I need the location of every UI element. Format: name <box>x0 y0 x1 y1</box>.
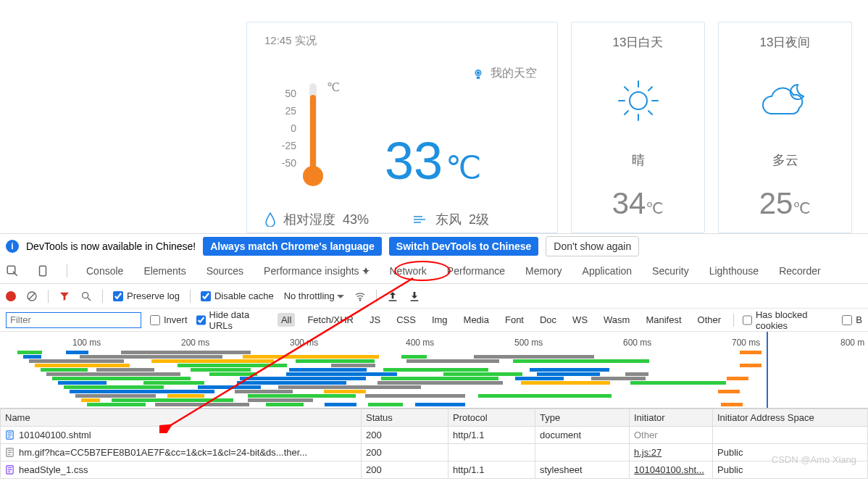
night-title: 13日夜间 <box>760 34 811 51</box>
pill-media[interactable]: Media <box>460 313 493 327</box>
inspect-icon[interactable] <box>6 264 19 277</box>
tab-lighthouse[interactable]: Lighthouse <box>708 262 761 280</box>
search-icon[interactable] <box>80 290 92 302</box>
wifi-icon[interactable] <box>354 290 366 302</box>
tab-console[interactable]: Console <box>85 262 125 280</box>
thermometer-icon <box>302 80 324 189</box>
waterfall-overview[interactable]: 100 ms 200 ms 300 ms 400 ms 500 ms 600 m… <box>0 332 868 409</box>
svg-point-5 <box>630 92 647 109</box>
tab-performance-insights[interactable]: Performance insights <box>262 262 370 280</box>
night-forecast-card: 13日夜间 多云 25℃ <box>718 22 852 233</box>
devtools-language-notice: i DevTools is now available in Chinese! … <box>0 233 868 258</box>
svg-line-11 <box>648 111 652 114</box>
pill-other[interactable]: Other <box>694 313 725 327</box>
preserve-log-checkbox[interactable]: Preserve log <box>113 290 180 301</box>
chevron-down-icon <box>337 295 344 299</box>
pill-all[interactable]: All <box>277 313 295 327</box>
svg-line-13 <box>625 111 628 114</box>
table-row[interactable]: hm.gif?hca=CC5B7EFE8B01AE7F&cc=1&ck=1&cl… <box>1 444 868 461</box>
col-type[interactable]: Type <box>535 409 630 427</box>
file-icon <box>5 465 14 474</box>
bottom-row: 相对湿度 43% 东风 2级 <box>264 211 489 228</box>
pill-ws[interactable]: WS <box>569 313 591 327</box>
col-initiator[interactable]: Initiator <box>630 409 713 427</box>
tab-network[interactable]: Network <box>388 262 428 280</box>
device-icon[interactable] <box>36 264 49 277</box>
camera-icon <box>472 67 485 80</box>
filter-input[interactable] <box>6 312 141 328</box>
pill-js[interactable]: JS <box>366 313 384 327</box>
tab-memory[interactable]: Memory <box>524 262 564 280</box>
time-marker: 600 ms <box>623 338 651 348</box>
disable-cache-checkbox[interactable]: Disable cache <box>201 290 274 301</box>
day-temp: 34℃ <box>612 186 664 221</box>
table-row[interactable]: 101040100.shtml200http/1.1documentOther <box>1 427 868 444</box>
wind-level: 2级 <box>469 211 489 228</box>
network-table: Name Status Protocol Type Initiator Init… <box>0 409 868 479</box>
pill-wasm[interactable]: Wasm <box>600 313 633 327</box>
humidity-group: 相对湿度 43% <box>264 211 369 228</box>
celsius-symbol: ℃ <box>327 80 340 94</box>
filter-icon[interactable] <box>59 290 70 302</box>
day-condition: 晴 <box>632 151 645 169</box>
watermark: CSDN @Amo Xiang <box>772 454 856 465</box>
pill-img[interactable]: Img <box>428 313 451 327</box>
time-marker: 500 ms <box>514 338 543 348</box>
night-condition: 多云 <box>772 151 798 169</box>
invert-checkbox[interactable]: Invert <box>150 314 188 325</box>
svg-point-20 <box>360 299 361 300</box>
pill-fetch-xhr[interactable]: Fetch/XHR <box>304 313 357 327</box>
file-icon <box>5 430 14 440</box>
humidity-value: 43% <box>343 212 369 227</box>
upload-icon[interactable] <box>387 290 398 302</box>
switch-to-chinese-button[interactable]: Switch DevTools to Chinese <box>389 237 538 256</box>
clear-icon[interactable] <box>26 290 38 302</box>
pill-font[interactable]: Font <box>501 313 527 327</box>
time-marker: 300 ms <box>290 338 318 348</box>
svg-point-1 <box>477 72 480 74</box>
col-protocol[interactable]: Protocol <box>448 409 535 427</box>
pill-css[interactable]: CSS <box>393 313 420 327</box>
pill-doc[interactable]: Doc <box>536 313 560 327</box>
dont-show-again-button[interactable]: Don't show again <box>546 236 639 256</box>
pin-icon <box>362 267 370 275</box>
thermometer-block: 50 25 0 -25 -50 ℃ <box>269 73 399 204</box>
always-match-button[interactable]: Always match Chrome's language <box>203 237 382 256</box>
tab-performance[interactable]: Performance <box>446 262 506 280</box>
svg-line-12 <box>648 87 652 91</box>
network-toolbar: Preserve log Disable cache No throttling <box>0 284 868 309</box>
blocked-cookies-checkbox[interactable]: Has blocked cookies <box>743 309 833 331</box>
tab-elements[interactable]: Elements <box>142 262 187 280</box>
download-icon[interactable] <box>409 290 420 302</box>
last-checkbox[interactable]: B <box>842 314 862 325</box>
col-address-space[interactable]: Initiator Address Space <box>713 409 868 427</box>
info-icon: i <box>6 240 19 253</box>
tab-security[interactable]: Security <box>651 262 690 280</box>
my-sky-row[interactable]: 我的天空 <box>472 66 537 81</box>
left-blank <box>0 0 243 233</box>
devtools-tabs: Console Elements Sources Performance ins… <box>0 258 868 284</box>
col-status[interactable]: Status <box>362 409 448 427</box>
time-marker: 100 ms <box>72 338 101 348</box>
humidity-label: 相对湿度 <box>283 211 335 228</box>
time-marker: 400 ms <box>406 338 434 348</box>
divider <box>376 290 377 303</box>
filter-row: Invert Hide data URLs All Fetch/XHR JS C… <box>0 309 868 332</box>
hide-data-urls-checkbox[interactable]: Hide data URLs <box>196 309 269 331</box>
divider <box>733 314 734 327</box>
pill-manifest[interactable]: Manifest <box>642 313 685 327</box>
file-icon <box>5 448 14 457</box>
tab-sources[interactable]: Sources <box>205 262 245 280</box>
record-button[interactable] <box>6 291 16 301</box>
col-name[interactable]: Name <box>1 409 362 427</box>
tab-application[interactable]: Application <box>581 262 634 280</box>
throttling-select[interactable]: No throttling <box>284 290 345 301</box>
waterfall-bars <box>3 351 865 405</box>
divider <box>190 290 191 303</box>
big-temperature: 33 ℃ <box>385 131 481 191</box>
tab-recorder[interactable]: Recorder <box>777 262 822 280</box>
time-marker: 800 m <box>840 338 864 348</box>
table-row[interactable]: headStyle_1.css200http/1.1stylesheet1010… <box>1 461 868 479</box>
cloud-moon-icon <box>759 79 812 122</box>
day-title: 13日白天 <box>613 34 664 51</box>
